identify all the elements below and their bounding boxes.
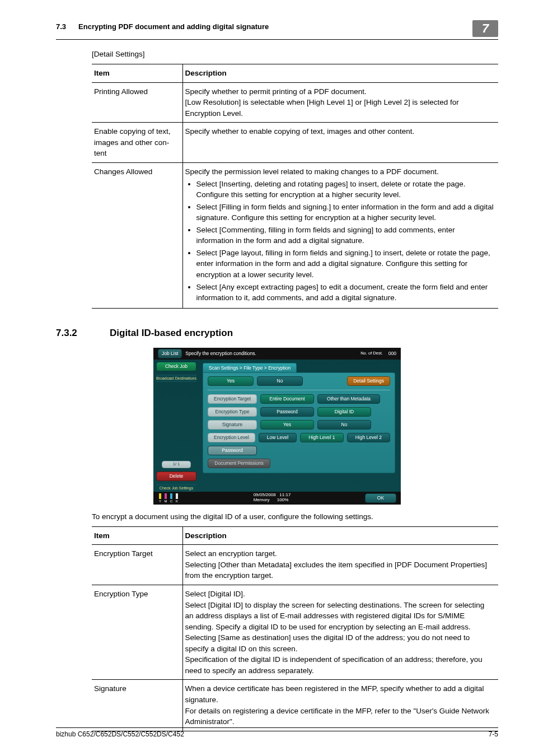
dest-count: 000 [388,351,396,356]
list-item: Select [Inserting, deleting and rotating… [196,179,494,200]
list-item: Select [Commenting, filling in form fiel… [196,225,494,246]
chapter-tab: 7 [472,20,498,37]
section-title: Encrypting PDF document and adding digit… [78,22,269,31]
item-cell: Encryption Target [92,545,182,585]
changes-allowed-list: Select [Inserting, deleting and rotating… [185,179,494,304]
encryption-yes-button[interactable]: Yes [208,376,254,386]
encryption-level-label: Encryption Level [208,433,255,442]
desc-cell: Specify whether to enable copying of tex… [182,123,498,163]
item-cell: Encryption Type [92,585,182,680]
toner-y: Y [159,500,161,503]
check-job-settings-label[interactable]: Check Job Settings [156,484,196,492]
table-header-description: Description [182,526,498,545]
desc-cell: Specify the permission level related to … [182,162,498,308]
toner-k: K [176,500,178,503]
item-cell: Printing Allowed [92,82,182,123]
entire-document-button[interactable]: Entire Document [260,394,314,404]
paragraph-after-screenshot: To encrypt a document using the digital … [92,512,498,521]
subsection-title: Digital ID-based encryption [110,328,233,339]
job-list-button[interactable]: Job List [158,349,182,358]
password-type-button[interactable]: Password [260,407,314,417]
item-cell: Changes Allowed [92,162,182,308]
broadcast-destinations-label: Broadcast Destinations [156,375,196,382]
toner-levels: Y M C K [158,493,179,503]
signature-yes-button[interactable]: Yes [260,420,314,430]
password-button[interactable]: Password [208,446,257,455]
toner-c: C [170,500,172,503]
running-header: 7.3 Encrypting PDF document and adding d… [56,22,498,40]
subsection-heading: 7.3.2 Digital ID-based encryption [56,328,498,339]
memory-label: Memory [254,497,270,502]
breadcrumb: Scan Settings > File Type > Encryption [203,363,297,372]
item-cell: Signature [92,680,182,731]
delete-button[interactable]: Delete [156,472,196,481]
desc-cell: When a device certificate has been regis… [182,680,498,731]
digital-id-settings-table: Item Description Encryption Target Selec… [92,526,498,731]
document-permissions-button[interactable]: Document Permissions [208,459,270,468]
detail-settings-caption: [Detail Settings] [92,50,498,58]
low-level-button[interactable]: Low Level [259,433,297,442]
settings-panel: Yes No Detail Settings Encryption Target… [203,372,395,473]
desc-intro: Specify the permission level related to … [185,167,439,176]
list-item: Select [Filling in form fields and signi… [196,202,494,223]
dest-label: No. of Dest. [360,351,383,356]
screenshot-sidebar: Check Job Broadcast Destinations 1/ 1 De… [153,360,199,492]
section-number: 7.3 [56,22,66,31]
table-row: Printing Allowed Specify whether to perm… [92,82,498,123]
high-level-1-button[interactable]: High Level 1 [300,433,343,442]
detail-settings-button[interactable]: Detail Settings [347,376,390,386]
table-row: Signature When a device certificate has … [92,680,498,731]
footer-time: 11:17 [279,492,291,497]
encryption-no-button[interactable]: No [257,376,303,386]
table-header-item: Item [92,526,182,545]
check-job-button[interactable]: Check Job [156,362,196,371]
list-item: Select [Any except extracting pages] to … [196,282,494,304]
item-cell: Enable copying of text, images and other… [92,123,182,163]
screenshot-title: Specify the encryption conditions. [185,351,256,356]
model-line: bizhub C652/C652DS/C552/C552DS/C452 [56,730,184,738]
desc-cell: Select an encryption target. Selecting [… [182,545,498,585]
digital-id-type-button[interactable]: Digital ID [317,407,371,417]
other-than-metadata-button[interactable]: Other than Metadata [317,394,380,404]
signature-no-button[interactable]: No [317,420,371,430]
detail-settings-table: Item Description Printing Allowed Specif… [92,64,498,309]
encryption-target-label: Encryption Target [208,394,257,404]
ok-button[interactable]: OK [365,493,396,503]
desc-cell: Specify whether to permit printing of a … [182,82,498,123]
table-row: Encryption Target Select an encryption t… [92,545,498,585]
screenshot-center: Scan Settings > File Type > Encryption Y… [199,360,401,492]
page-indicator: 1/ 1 [162,461,191,468]
device-screenshot: Job List Specify the encryption conditio… [153,348,401,505]
toner-m: M [165,500,167,503]
list-item: Select [Page layout, filling in form fie… [196,248,494,281]
table-row: Enable copying of text, images and other… [92,123,498,163]
table-header-description: Description [182,64,498,83]
table-row: Encryption Type Select [Digital ID]. Sel… [92,585,498,680]
encryption-type-label: Encryption Type [208,407,257,417]
footer-date: 09/05/2008 [254,492,276,497]
page-number: 7-5 [489,730,498,738]
high-level-2-button[interactable]: High Level 2 [347,433,390,442]
signature-label: Signature [208,420,257,430]
subsection-number: 7.3.2 [56,328,81,339]
desc-cell: Select [Digital ID]. Select [Digital ID]… [182,585,498,680]
memory-value: 100% [277,497,288,502]
table-row: Changes Allowed Specify the permission l… [92,162,498,308]
screenshot-footer: Y M C K 09/05/2008 11:17 Memory 100% OK [153,492,401,505]
page-footer: bizhub C652/C652DS/C552/C552DS/C452 7-5 [56,727,498,738]
screenshot-titlebar: Job List Specify the encryption conditio… [153,348,401,360]
table-header-item: Item [92,64,182,83]
